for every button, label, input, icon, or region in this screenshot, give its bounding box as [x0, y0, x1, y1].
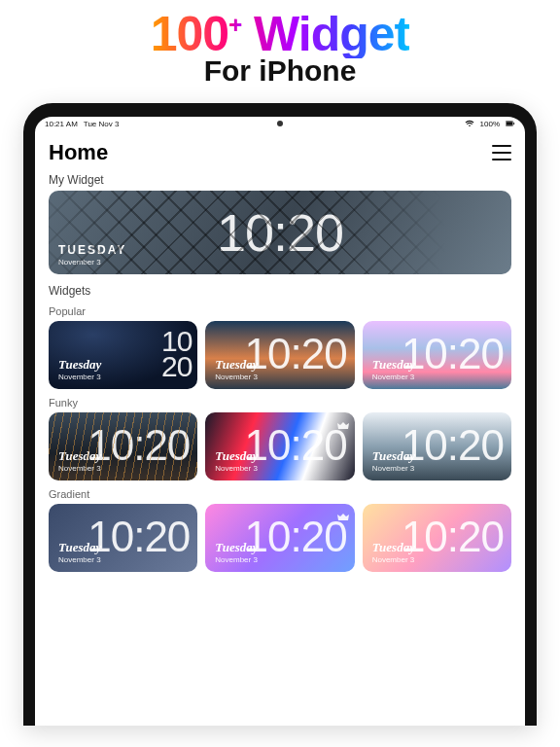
widget-gradient-3[interactable]: 10:20 TuesdayNovember 3	[363, 504, 511, 572]
widget-date: November 3	[58, 258, 126, 267]
widget-day: TUESDAY	[58, 244, 126, 256]
widget-popular-2[interactable]: 10:20 TuesdayNovember 3	[205, 321, 354, 389]
battery-icon	[506, 120, 515, 127]
widget-popular-1[interactable]: 1020 TuesdayNovember 3	[49, 321, 197, 389]
widget-gradient-1[interactable]: 10:20 TuesdayNovember 3	[49, 504, 197, 572]
status-bar: 10:21 AM Tue Nov 3 100%	[35, 117, 525, 130]
status-date: Tue Nov 3	[84, 120, 120, 128]
wifi-icon	[465, 120, 474, 127]
section-widgets: Widgets	[49, 284, 511, 298]
section-my-widget: My Widget	[49, 173, 511, 187]
widget-funky-1[interactable]: 10:20 TuesdayNovember 3	[49, 412, 197, 480]
svg-rect-1	[507, 122, 512, 125]
app-header: Home	[49, 134, 511, 167]
row-gradient: 10:20 TuesdayNovember 3 10:20 TuesdayNov…	[49, 504, 511, 572]
row-popular: 1020 TuesdayNovember 3 10:20 TuesdayNove…	[49, 321, 511, 389]
subsection-funky: Funky	[49, 397, 511, 409]
device-frame: 10:21 AM Tue Nov 3 100% Home My Widget 1…	[23, 103, 537, 726]
widget-funky-3[interactable]: 10:20 TuesdayNovember 3	[363, 412, 511, 480]
my-widget-card[interactable]: 10:20 TUESDAY November 3	[49, 191, 511, 274]
widget-clock: 10:20	[217, 209, 343, 257]
page-title: Home	[49, 140, 108, 165]
hamburger-icon	[492, 145, 511, 147]
menu-button[interactable]	[492, 145, 511, 160]
subsection-popular: Popular	[49, 305, 511, 317]
promo-plus: +	[228, 12, 241, 38]
svg-rect-2	[513, 123, 514, 124]
app-screen: Home My Widget 10:20 TUESDAY November 3 …	[35, 130, 525, 572]
widget-popular-3[interactable]: 10:20 TuesdayNovember 3	[363, 321, 511, 389]
widget-clock: 1020	[161, 329, 192, 378]
promo-title: 100+ Widget	[151, 10, 410, 58]
promo-number: 100	[151, 7, 228, 61]
status-battery-text: 100%	[480, 120, 500, 128]
row-funky: 10:20 TuesdayNovember 3 10:20 TuesdayNov…	[49, 412, 511, 480]
promo-word: Widget	[241, 7, 409, 61]
widget-day-block: TUESDAY November 3	[58, 244, 126, 267]
widget-funky-2[interactable]: 10:20 TuesdayNovember 3	[205, 412, 354, 480]
widget-gradient-2[interactable]: 10:20 TuesdayNovember 3	[205, 504, 354, 572]
status-time: 10:21 AM	[45, 120, 78, 128]
promo-header: 100+ Widget For iPhone	[0, 0, 560, 91]
subsection-gradient: Gradient	[49, 488, 511, 500]
